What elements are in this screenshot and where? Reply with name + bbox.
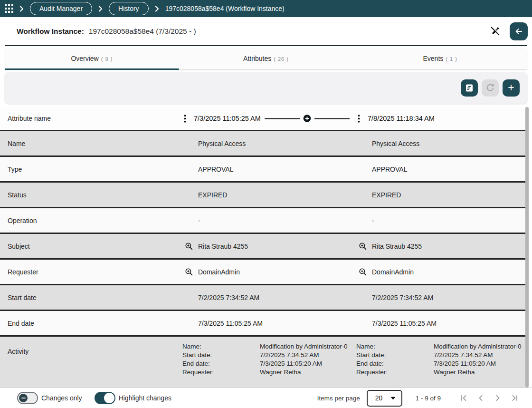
refresh-button[interactable] <box>482 79 499 97</box>
changes-only-label: Changes only <box>41 394 82 402</box>
add-comparison-column-button[interactable] <box>303 115 311 123</box>
activity-key: Requester: <box>356 368 434 377</box>
connector-line <box>314 118 350 119</box>
breadcrumb: Audit Manager History 197c028058a$58e4 (… <box>0 0 532 17</box>
value-text: 7/2/2025 7:34:52 AM <box>198 294 259 301</box>
activity-value: Wagner Retha <box>260 368 358 377</box>
back-button[interactable] <box>510 22 528 40</box>
page-title-label: Workflow Instance: <box>17 27 84 36</box>
value-text: Physical Access <box>372 140 419 147</box>
page-header: Workflow Instance: 197c028058a$58e4 (7/3… <box>0 17 532 45</box>
tab-overview-label: Overview <box>71 55 98 62</box>
highlight-changes-toggle[interactable]: Highlight changes <box>95 392 171 404</box>
toggle-knob <box>19 394 28 402</box>
value-text: Rita Straub 4255 <box>372 243 422 250</box>
row-right-value: 7/2/2025 7:34:52 AM <box>356 294 525 301</box>
edit-disabled-icon[interactable] <box>490 26 501 37</box>
table-row-activity: Activity Name:Modification by Administra… <box>0 335 525 388</box>
row-label: Operation <box>0 217 182 224</box>
row-right-value: 7/3/2025 11:05:25 AM <box>356 320 525 327</box>
right-column-menu-button[interactable] <box>356 114 361 124</box>
row-right-value: APPROVAL <box>356 165 525 173</box>
arrow-left-icon <box>514 27 523 36</box>
row-left-value: DomainAdmin <box>182 268 356 276</box>
row-right-value: Rita Straub 4255 <box>356 242 525 251</box>
row-label: Name <box>0 140 182 147</box>
activity-left-details: Name:Modification by Administrator-0 Sta… <box>182 337 356 377</box>
tab-events[interactable]: Events ( 1 ) <box>353 48 527 69</box>
value-text: 7/2/2025 7:34:52 AM <box>372 294 433 301</box>
last-page-icon <box>510 393 520 403</box>
page-title-value: 197c028058a$58e4 (7/3/2025 - ) <box>89 27 196 36</box>
left-column-menu-button[interactable] <box>182 114 188 124</box>
active-tab-indicator <box>5 68 179 70</box>
row-left-value: 7/3/2025 11:05:25 AM <box>182 320 356 327</box>
activity-value: 7/3/2025 11:05:20 AM <box>260 359 358 368</box>
toggle-knob <box>104 393 114 403</box>
first-page-button[interactable] <box>459 393 468 403</box>
right-version-column-header: 7/8/2025 11:18:34 AM <box>356 114 525 124</box>
scrollbar-thumb[interactable] <box>525 107 529 388</box>
compare-view-button[interactable] <box>461 79 478 97</box>
page-range-label: 1 - 9 of 9 <box>416 395 441 402</box>
value-text: APPROVAL <box>198 165 233 173</box>
zoom-in-icon[interactable] <box>359 268 367 276</box>
caret-down-icon <box>390 397 396 400</box>
page-title: Workflow Instance: 197c028058a$58e4 (7/3… <box>17 27 196 36</box>
activity-right-details: Name:Modification by Administrator-0 Sta… <box>356 337 532 377</box>
actions-toolbar: + <box>5 72 527 104</box>
row-left-value: Physical Access <box>182 140 356 147</box>
chevron-left-icon <box>476 393 485 403</box>
kebab-menu-icon <box>184 115 186 123</box>
last-page-button[interactable] <box>510 393 520 403</box>
previous-page-button[interactable] <box>476 393 485 403</box>
activity-value: 7/3/2025 11:05:20 AM <box>434 359 532 368</box>
activity-key: Start date: <box>356 351 434 359</box>
right-version-date: 7/8/2025 11:18:34 AM <box>368 115 435 122</box>
row-right-value: Physical Access <box>356 140 525 147</box>
row-label: Activity <box>0 337 182 355</box>
value-text: 7/3/2025 11:05:25 AM <box>372 320 437 327</box>
value-text: Physical Access <box>198 140 246 147</box>
tab-attributes[interactable]: Attributes ( 26 ) <box>179 48 353 69</box>
row-right-value: DomainAdmin <box>356 268 525 276</box>
activity-value: Modification by Administrator-0 <box>434 342 532 351</box>
tab-attributes-label: Attributes <box>243 55 271 62</box>
row-label: Requester <box>0 268 182 276</box>
minus-icon <box>21 398 26 398</box>
pager-buttons <box>459 393 520 403</box>
table-row-end-date: End date 7/3/2025 11:05:25 AM 7/3/2025 1… <box>0 310 525 335</box>
footer-toggles: Changes only Highlight changes <box>17 392 171 404</box>
plus-icon: + <box>508 82 514 93</box>
breadcrumb-history[interactable]: History <box>109 2 149 15</box>
zoom-in-icon[interactable] <box>359 242 367 251</box>
page-size-select[interactable]: 20 <box>367 390 402 407</box>
zoom-in-icon[interactable] <box>185 242 193 251</box>
app-launcher-icon[interactable] <box>5 4 13 13</box>
tab-overview[interactable]: Overview ( 9 ) <box>5 48 179 69</box>
plus-circle-icon <box>303 115 311 123</box>
table-row-requester: Requester DomainAdmin DomainAdmin <box>0 258 525 284</box>
workflow-instance-page: Audit Manager History 197c028058a$58e4 (… <box>0 0 532 408</box>
breadcrumb-audit-manager[interactable]: Audit Manager <box>30 2 92 15</box>
zoom-in-icon[interactable] <box>185 268 193 276</box>
changes-only-toggle[interactable]: Changes only <box>17 392 82 404</box>
chevron-right-icon <box>493 393 503 403</box>
activity-value: 7/2/2025 7:34:52 AM <box>260 351 358 359</box>
row-right-value: - <box>356 217 525 224</box>
breadcrumb-chevron-icon <box>19 6 24 12</box>
next-page-button[interactable] <box>493 393 503 403</box>
row-label: Start date <box>0 294 182 301</box>
pagination: Items per page 20 1 - 9 of 9 <box>317 390 524 407</box>
kebab-menu-icon <box>358 115 360 123</box>
vertical-scrollbar[interactable] <box>525 107 529 388</box>
header-divider <box>5 45 527 46</box>
value-text: EXPIRED <box>372 191 401 199</box>
add-button[interactable]: + <box>503 79 520 97</box>
comparison-table-header: Attribute name 7/3/2025 11:05:25 AM 7/8/… <box>0 107 525 130</box>
left-version-date: 7/3/2025 11:05:25 AM <box>194 115 261 122</box>
tab-overview-count: ( 9 ) <box>101 56 113 62</box>
activity-value: Modification by Administrator-0 <box>260 342 358 351</box>
activity-key: End date: <box>182 359 260 368</box>
page-size-value: 20 <box>375 394 383 402</box>
